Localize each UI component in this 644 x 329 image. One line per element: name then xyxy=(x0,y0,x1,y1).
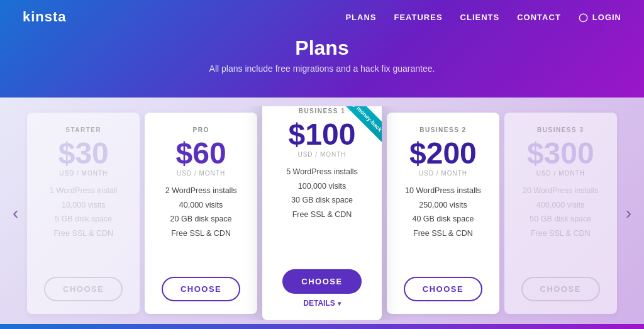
choose-button-starter[interactable]: CHOOSE xyxy=(44,277,123,301)
plan-period-business3: USD / MONTH xyxy=(536,170,585,177)
plan-card-business2: BUSINESS 2 $200 USD / MONTH 10 WordPress… xyxy=(387,113,499,314)
plan-features-pro: 2 WordPress installs 40,000 visits 20 GB… xyxy=(165,186,237,267)
feature-item: 50 GB disk space xyxy=(523,214,599,225)
plan-name-starter: STARTER xyxy=(65,126,101,133)
details-link-business1[interactable]: DETAILS ▾ xyxy=(303,299,340,308)
plan-features-business1: 5 WordPress installs 100,000 visits 30 G… xyxy=(286,167,358,259)
plan-features-starter: 1 WordPress install 10,000 visits 5 GB d… xyxy=(50,186,117,267)
nav-link-clients[interactable]: CLIENTS xyxy=(460,13,500,22)
choose-button-business1[interactable]: CHOOSE xyxy=(282,269,361,294)
badge-text: 30-day money-back xyxy=(333,106,382,142)
plan-price-business2: $200 xyxy=(409,138,477,169)
plans-section: ‹ STARTER $30 USD / MONTH 1 WordPress in… xyxy=(0,98,644,329)
plans-container: STARTER $30 USD / MONTH 1 WordPress inst… xyxy=(25,106,619,320)
plans-wrapper: ‹ STARTER $30 USD / MONTH 1 WordPress in… xyxy=(6,106,638,320)
next-arrow-button[interactable]: › xyxy=(619,197,638,230)
chevron-down-icon: ▾ xyxy=(338,300,341,307)
plan-name-business2: BUSINESS 2 xyxy=(419,126,466,133)
choose-button-business2[interactable]: CHOOSE xyxy=(404,277,482,301)
nav-links: PLANS FEATURES CLIENTS CONTACT ◯ LOGIN xyxy=(345,13,621,22)
feature-item: 250,000 visits xyxy=(405,200,481,211)
feature-item: Free SSL & CDN xyxy=(286,209,358,221)
feature-item: Free SSL & CDN xyxy=(405,228,481,240)
plan-name-pro: PRO xyxy=(192,126,209,133)
login-label: LOGIN xyxy=(592,13,621,22)
feature-item: 400,000 visits xyxy=(523,200,599,211)
plan-card-starter: STARTER $30 USD / MONTH 1 WordPress inst… xyxy=(27,113,140,314)
feature-item: 20 GB disk space xyxy=(165,214,237,225)
feature-item: Free SSL & CDN xyxy=(50,228,117,240)
feature-item: Free SSL & CDN xyxy=(165,228,237,240)
plan-name-business3: BUSINESS 3 xyxy=(537,126,584,133)
feature-item: 20 WordPress installs xyxy=(523,186,599,197)
bottom-bar xyxy=(0,324,644,329)
plan-period-business2: USD / MONTH xyxy=(419,170,467,177)
logo[interactable]: kinsta xyxy=(23,9,67,25)
details-label: DETAILS xyxy=(303,299,335,308)
choose-button-business3[interactable]: CHOOSE xyxy=(521,277,600,301)
header: kinsta PLANS FEATURES CLIENTS CONTACT ◯ … xyxy=(0,0,644,101)
plan-period-starter: USD / MONTH xyxy=(59,170,108,177)
plan-card-business3: BUSINESS 3 $300 USD / MONTH 20 WordPress… xyxy=(504,113,617,314)
plan-price-business3: $300 xyxy=(527,138,594,169)
prev-arrow-button[interactable]: ‹ xyxy=(6,197,25,230)
choose-button-pro[interactable]: CHOOSE xyxy=(162,277,240,301)
nav-link-features[interactable]: FEATURES xyxy=(394,13,443,22)
feature-item: 1 WordPress install xyxy=(50,186,117,197)
feature-item: 2 WordPress installs xyxy=(165,186,237,197)
hero-subtitle: All plans include free migrations and a … xyxy=(209,64,435,74)
page-title: Plans xyxy=(209,36,435,60)
nav-link-contact[interactable]: CONTACT xyxy=(517,13,561,22)
nav-link-plans[interactable]: PLANS xyxy=(345,13,376,22)
feature-item: 5 GB disk space xyxy=(50,214,117,225)
plan-price-starter: $30 xyxy=(58,138,109,169)
feature-item: 10 WordPress installs xyxy=(405,186,481,197)
plan-features-business3: 20 WordPress installs 400,000 visits 50 … xyxy=(523,186,599,267)
feature-item: 100,000 visits xyxy=(286,181,358,192)
feature-item: 40 GB disk space xyxy=(405,214,481,225)
login-button[interactable]: ◯ LOGIN xyxy=(579,13,621,22)
feature-item: 30 GB disk space xyxy=(286,195,358,206)
plan-period-pro: USD / MONTH xyxy=(177,170,225,177)
navbar: kinsta PLANS FEATURES CLIENTS CONTACT ◯ … xyxy=(0,0,644,34)
hero-section: Plans All plans include free migrations … xyxy=(209,36,435,74)
user-icon: ◯ xyxy=(579,13,589,22)
plan-features-business2: 10 WordPress installs 250,000 visits 40 … xyxy=(405,186,481,267)
plan-card-business1: 30-day money-back BUSINESS 1 $100 USD / … xyxy=(262,106,382,320)
plan-card-pro: PRO $60 USD / MONTH 2 WordPress installs… xyxy=(145,113,257,314)
feature-item: 5 WordPress installs xyxy=(286,167,358,178)
feature-item: Free SSL & CDN xyxy=(523,228,599,240)
plan-price-pro: $60 xyxy=(176,138,226,169)
money-back-badge: 30-day money-back xyxy=(325,106,382,150)
feature-item: 10,000 visits xyxy=(50,200,117,211)
plan-period-business1: USD / MONTH xyxy=(297,151,346,158)
feature-item: 40,000 visits xyxy=(165,200,237,211)
